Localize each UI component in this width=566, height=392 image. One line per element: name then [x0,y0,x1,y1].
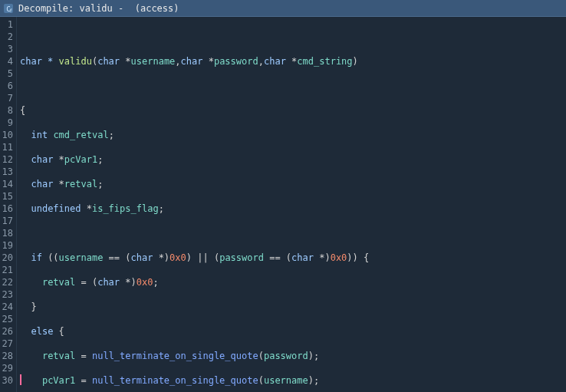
code-line [20,31,566,43]
code-line: char *retval; [20,178,566,190]
code-line: else { [20,325,566,338]
code-line: { [20,104,566,117]
code-line [20,80,566,92]
code-line: retval = null_terminate_on_single_quote(… [20,350,566,362]
window-title: Decompile: validu - (access) [18,3,179,14]
code-line [20,227,566,239]
window-titlebar: C f Decompile: validu - (access) [0,0,566,17]
code-line: char * validu(char *username,char *passw… [20,55,566,68]
code-line: } [20,301,566,313]
code-line: retval = (char *)0x0; [20,276,566,288]
code-line: if ((username == (char *)0x0) || (passwo… [20,252,566,264]
code-line: pcVar1 = null_terminate_on_single_quote(… [20,374,566,387]
code-line: undefined *is_fips_flag; [20,203,566,215]
text-cursor [20,374,21,385]
code-line: int cmd_retval; [20,129,566,141]
decompile-icon: C f [3,3,14,14]
svg-text:f: f [9,8,12,13]
line-number-gutter: 1 2 3 4 5 6 7 8 9 10 11 12 13 14 15 16 1… [0,17,17,392]
code-area[interactable]: char * validu(char *username,char *passw… [17,17,566,392]
decompile-editor[interactable]: 1 2 3 4 5 6 7 8 9 10 11 12 13 14 15 16 1… [0,17,566,392]
code-line: char *pcVar1; [20,153,566,166]
